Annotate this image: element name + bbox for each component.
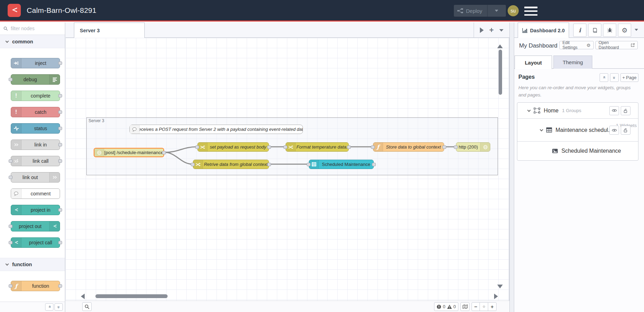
node-output-port [58,127,62,130]
comment-bubble-icon [130,125,139,134]
tree-row-group[interactable]: Maintenance schedul... 1 Widgets [517,119,638,142]
node-input-port[interactable] [307,163,311,166]
next-tab-icon[interactable] [480,27,484,33]
node-input-port[interactable] [191,163,195,166]
expand-all-button[interactable]: » [54,303,63,311]
chevron-down-icon[interactable] [540,128,543,131]
tab-debug[interactable] [603,24,616,37]
node-output-port [58,143,62,146]
flow-tab-server3[interactable]: Server 3 [74,23,145,38]
tab-help[interactable] [588,24,601,37]
tab-layout[interactable]: Layout [515,56,552,69]
deploy-button[interactable]: Deploy [454,5,506,17]
scroll-down-icon[interactable] [497,284,503,290]
node-output-port [58,159,62,163]
zoom-out-button[interactable]: − [472,303,480,311]
edit-settings-button[interactable]: Edit Settings ⚙ [559,41,594,49]
vertical-scrollbar-thumb[interactable] [499,50,502,95]
flow-node-change-set-payload[interactable]: set payload as request body [197,142,269,152]
sidebar-splitter[interactable] [509,23,514,312]
flow-node-function-store[interactable]: ƒ Store data to global context [373,142,444,152]
tab-theming[interactable]: Theming [553,56,592,69]
palette-node-link-in[interactable]: link in [11,140,60,150]
scroll-up-icon[interactable] [497,43,503,50]
palette-filter[interactable] [0,23,65,35]
lock-button[interactable] [621,126,630,135]
node-output-port[interactable] [162,151,166,154]
node-output-port[interactable] [442,145,446,149]
pages-help-text: Here you can re-order and move your widg… [518,84,633,99]
tab-dashboard-2[interactable]: Dashboard 2.0 [518,23,569,38]
palette-category-function[interactable]: function [0,258,65,271]
flow-node-ui-table[interactable]: Scheduled Maintenance [309,160,374,169]
flow-canvas[interactable]: Server 3 Receives a POST request from Se… [66,38,509,301]
tab-info[interactable]: i [573,24,586,37]
node-input-port[interactable] [195,145,199,149]
visibility-button[interactable] [609,106,619,115]
palette-category-common[interactable]: common [0,35,65,48]
zoom-reset-button[interactable]: ○ [480,303,488,311]
node-input-port[interactable] [371,145,375,149]
search-flows-button[interactable] [82,302,92,311]
palette-node-function[interactable]: ƒ function [11,281,60,291]
open-dashboard-button[interactable]: Open Dashboard [595,41,638,49]
palette-node-project-in[interactable]: project in [11,205,60,215]
flow-node-change-retrieve[interactable]: Retrive data from global context [193,160,269,169]
palette-node-project-out[interactable]: project out [11,221,60,231]
minimap-toggle-button[interactable] [460,302,469,311]
move-down-button[interactable]: » [610,73,619,82]
palette-node-project-call[interactable]: project call [11,237,60,248]
main-menu-icon[interactable] [524,7,537,16]
horizontal-scrollbar-thumb[interactable] [95,294,168,298]
node-output-port[interactable] [267,145,271,149]
sidebar-menu-caret-icon[interactable] [635,29,638,31]
node-output-port[interactable] [372,163,376,166]
user-avatar[interactable]: su [508,5,519,16]
palette-node-comment[interactable]: comment [11,188,60,199]
pages-title: Pages [518,74,535,80]
flow-node-http-in[interactable]: [post] /schedule-maintenance [94,148,164,157]
search-icon [85,304,90,309]
add-tab-icon[interactable]: + [489,26,494,34]
node-output-port[interactable] [347,145,351,149]
shuffle-icon [193,160,203,169]
node-input-port[interactable] [283,145,287,149]
tree-row-home[interactable]: Home 1 Groups [517,103,638,119]
visibility-button[interactable] [609,126,619,135]
tab-config[interactable]: ⚙ [618,24,631,37]
add-page-button[interactable]: + Page [620,73,638,82]
zoom-in-button[interactable]: + [488,303,496,311]
node-input-port [9,176,12,179]
exclamation-icon: ! [11,91,22,101]
flow-node-comment[interactable]: Receives a POST request from Server 2 wi… [129,125,303,134]
flow-node-change-format-temp[interactable]: Format temperature data. [286,142,349,152]
chevron-down-icon[interactable] [527,108,531,112]
node-output-port[interactable] [267,163,271,166]
palette-node-link-out[interactable]: link out [11,172,60,183]
palette-filter-input[interactable] [10,25,55,32]
move-up-button[interactable]: » [600,73,608,82]
deploy-label: Deploy [466,8,482,14]
collapse-all-button[interactable]: » [45,303,53,311]
scroll-right-icon[interactable] [494,294,498,301]
tab-list-caret-icon[interactable] [499,29,503,32]
layout-theming-tabs: Layout Theming [514,56,644,69]
workspace-tabbar: Server 3 + [66,23,509,38]
scroll-left-icon[interactable] [81,294,85,301]
unlock-icon [623,128,628,133]
table-icon [546,127,552,133]
lock-button[interactable] [621,106,630,115]
flow-node-http-response[interactable]: http (200) [456,142,490,152]
palette-node-catch[interactable]: ! catch [11,107,60,117]
node-palette: common inject debug ! complete [0,23,65,312]
node-input-port[interactable] [454,145,458,149]
palette-node-debug[interactable]: debug [11,74,60,85]
palette-node-inject[interactable]: inject [11,58,60,68]
tree-row-widget[interactable]: Scheduled Maintenance [517,142,638,160]
palette-node-status[interactable]: status [11,123,60,134]
palette-node-link-call[interactable]: link call [11,156,60,166]
notifications-button[interactable]: 0 0 [434,302,458,311]
palette-node-complete[interactable]: ! complete [11,91,60,101]
plus-icon: + [622,75,625,80]
deploy-options-caret[interactable] [495,10,498,12]
